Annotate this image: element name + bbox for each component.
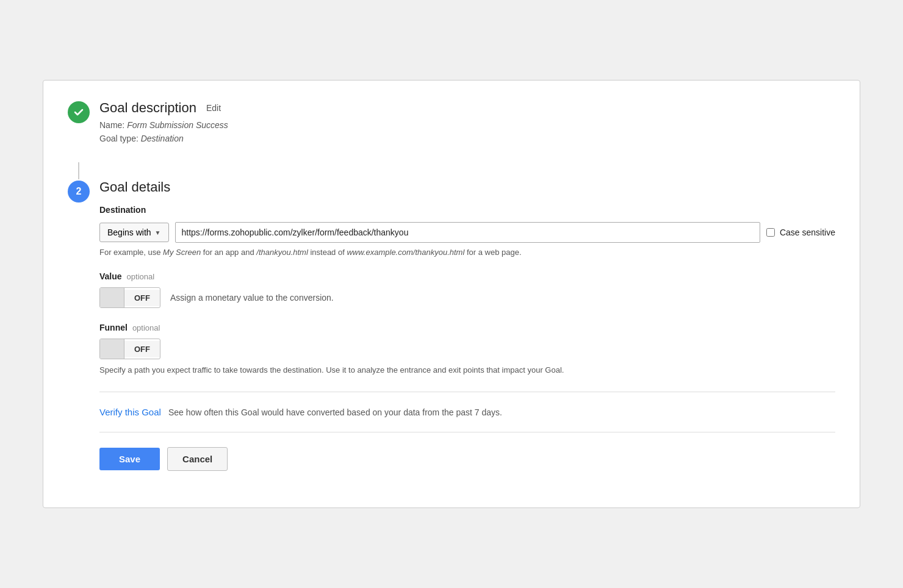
funnel-toggle-state: OFF: [124, 341, 160, 357]
step-connector: [78, 162, 79, 179]
begins-with-label: Begins with: [107, 228, 151, 237]
hint-suffix: for a web page.: [464, 248, 521, 257]
destination-hint: For example, use My Screen for an app an…: [99, 248, 835, 257]
step2-icon: 2: [68, 181, 90, 203]
value-optional: optional: [127, 272, 155, 281]
destination-label: Destination: [99, 205, 835, 215]
goal-form-card: Goal description Edit Name: Form Submiss…: [43, 80, 860, 509]
hint-prefix: For example, use: [99, 248, 163, 257]
begins-with-dropdown[interactable]: Begins with ▼: [99, 223, 169, 242]
check-circle: [68, 101, 90, 123]
cancel-button[interactable]: Cancel: [167, 447, 228, 471]
destination-section: Destination Begins with ▼ Case sensitive…: [99, 205, 835, 257]
hint-mid: for an app and: [201, 248, 256, 257]
case-sensitive-row: Case sensitive: [766, 228, 835, 237]
goal-type-label: Goal type:: [99, 134, 139, 143]
value-toggle[interactable]: OFF: [99, 287, 160, 308]
destination-url-input[interactable]: [175, 222, 760, 243]
value-toggle-row: OFF Assign a monetary value to the conve…: [99, 287, 835, 308]
value-label: Value: [99, 271, 122, 281]
verify-description: See how often this Goal would have conve…: [168, 407, 502, 417]
step2-number: 2: [76, 186, 82, 197]
step2-title-row: Goal details: [99, 179, 835, 195]
funnel-toggle-row: OFF: [99, 339, 835, 359]
verify-goal-link[interactable]: Verify this Goal: [99, 407, 161, 417]
destination-row: Begins with ▼ Case sensitive: [99, 222, 835, 243]
case-sensitive-label: Case sensitive: [780, 228, 835, 237]
case-sensitive-checkbox[interactable]: [766, 228, 775, 237]
value-label-row: Value optional: [99, 271, 835, 281]
hint-example: www.example.com/thankyou.html: [347, 248, 464, 257]
step2-section: 2 Goal details Destination Begins with ▼: [68, 179, 835, 471]
step2-content: Goal details Destination Begins with ▼ C…: [99, 179, 835, 471]
name-value: Form Submission Success: [127, 120, 228, 130]
step2-title: Goal details: [99, 179, 170, 195]
funnel-description: Specify a path you expect traffic to tak…: [99, 364, 835, 377]
hint-myscreen: My Screen: [163, 248, 201, 257]
funnel-section: Funnel optional OFF Specify a path you e…: [99, 323, 835, 377]
goal-type-value: Destination: [141, 134, 184, 143]
hint-thankyou: /thankyou.html: [256, 248, 308, 257]
edit-link[interactable]: Edit: [206, 103, 221, 113]
divider-bottom: [99, 432, 835, 432]
value-toggle-handle: [100, 288, 124, 307]
hint-mid2: instead of: [308, 248, 347, 257]
dropdown-arrow-icon: ▼: [155, 229, 161, 236]
step1-content: Goal description Edit Name: Form Submiss…: [99, 100, 835, 146]
step1-title: Goal description: [99, 100, 196, 116]
funnel-label-row: Funnel optional: [99, 323, 835, 332]
value-description: Assign a monetary value to the conversio…: [170, 293, 334, 303]
step1-title-row: Goal description Edit: [99, 100, 835, 116]
funnel-toggle[interactable]: OFF: [99, 339, 160, 359]
verify-row: Verify this Goal See how often this Goal…: [99, 407, 835, 417]
step1-icon: [68, 101, 90, 123]
step1-meta: Name: Form Submission Success Goal type:…: [99, 118, 835, 146]
step2-number-circle: 2: [68, 181, 90, 203]
value-section: Value optional OFF Assign a monetary val…: [99, 271, 835, 308]
divider-top: [99, 392, 835, 392]
funnel-optional: optional: [132, 323, 160, 332]
funnel-toggle-handle: [100, 339, 124, 359]
save-button[interactable]: Save: [99, 448, 160, 470]
funnel-label: Funnel: [99, 323, 128, 332]
step1-section: Goal description Edit Name: Form Submiss…: [68, 100, 835, 146]
name-label: Name:: [99, 120, 124, 130]
action-buttons: Save Cancel: [99, 447, 835, 471]
value-toggle-state: OFF: [124, 290, 160, 306]
